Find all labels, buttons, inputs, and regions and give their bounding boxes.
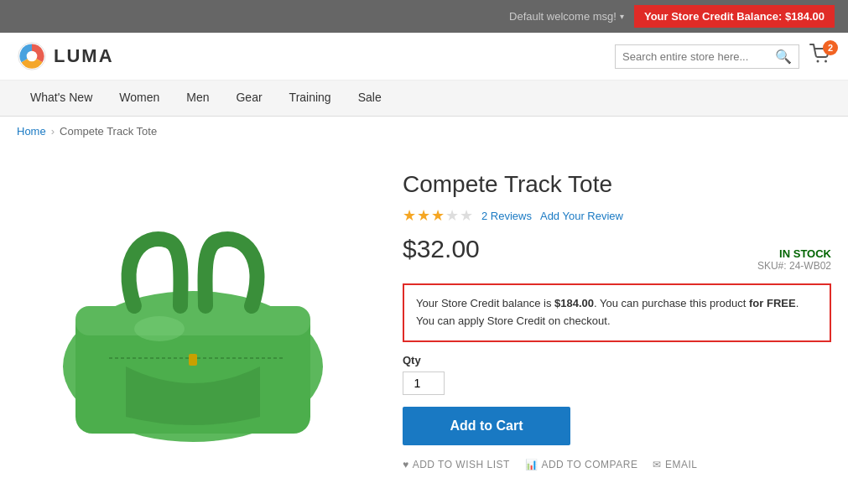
- header: LUMA 🔍 2: [0, 33, 848, 81]
- product-details: Compete Track Tote ★ ★ ★ ★ ★ 2 Reviews A…: [403, 163, 831, 470]
- sku-label: SKU#:: [757, 260, 787, 272]
- welcome-chevron-icon: ▾: [620, 12, 624, 21]
- svg-rect-6: [75, 306, 310, 335]
- main-content: Compete Track Tote ★ ★ ★ ★ ★ 2 Reviews A…: [0, 146, 848, 487]
- credit-notice-text1: Your Store Credit balance is: [416, 297, 554, 309]
- sku-value: 24-WB02: [789, 260, 831, 272]
- breadcrumb-separator: ›: [51, 125, 55, 138]
- product-price: $32.00: [403, 235, 480, 263]
- sku: SKU#: 24-WB02: [757, 260, 831, 272]
- add-to-wishlist-link[interactable]: ♥ ADD TO WISH LIST: [403, 459, 510, 470]
- breadcrumb: Home › Compete Track Tote: [0, 117, 848, 146]
- star-3: ★: [431, 206, 445, 225]
- qty-label: Qty: [403, 354, 831, 366]
- star-rating: ★ ★ ★ ★ ★: [403, 206, 473, 225]
- add-review-link[interactable]: Add Your Review: [540, 210, 623, 222]
- logo[interactable]: LUMA: [17, 41, 114, 71]
- top-bar: Default welcome msg! ▾ Your Store Credit…: [0, 0, 848, 33]
- breadcrumb-home[interactable]: Home: [17, 125, 46, 138]
- product-title: Compete Track Tote: [403, 171, 831, 198]
- product-image-area: [17, 163, 369, 470]
- star-1: ★: [403, 206, 416, 225]
- cart-count: 2: [823, 40, 838, 55]
- star-4: ★: [445, 206, 459, 225]
- add-to-cart-button[interactable]: Add to Cart: [403, 407, 570, 445]
- svg-point-1: [27, 51, 38, 62]
- header-right: 🔍 2: [615, 44, 831, 69]
- nav-training[interactable]: Training: [276, 81, 345, 116]
- stock-status: IN STOCK: [757, 247, 831, 260]
- email-link[interactable]: ✉ EMAIL: [653, 459, 697, 470]
- nav-sale[interactable]: Sale: [345, 81, 395, 116]
- nav-whats-new[interactable]: What's New: [17, 81, 106, 116]
- svg-point-9: [134, 316, 185, 341]
- email-icon: ✉: [653, 459, 662, 470]
- nav-men[interactable]: Men: [173, 81, 222, 116]
- credit-notice-text2: . You can purchase this product: [594, 297, 749, 309]
- stock-sku: IN STOCK SKU#: 24-WB02: [757, 247, 831, 272]
- secondary-actions: ♥ ADD TO WISH LIST 📊 ADD TO COMPARE ✉ EM…: [403, 459, 831, 470]
- nav-women[interactable]: Women: [106, 81, 173, 116]
- cart-button[interactable]: 2: [809, 44, 831, 69]
- credit-notice: Your Store Credit balance is $184.00. Yo…: [403, 283, 831, 342]
- reviews-link[interactable]: 2 Reviews: [481, 210, 532, 222]
- welcome-message: Default welcome msg! ▾: [509, 10, 624, 23]
- credit-amount: $184.00: [554, 297, 594, 309]
- search-button[interactable]: 🔍: [775, 49, 792, 65]
- price-row: $32.00 IN STOCK SKU#: 24-WB02: [403, 235, 831, 272]
- heart-icon: ♥: [403, 459, 409, 470]
- svg-point-3: [825, 60, 827, 63]
- compare-icon: 📊: [525, 459, 538, 470]
- svg-rect-8: [189, 354, 197, 366]
- ratings-row: ★ ★ ★ ★ ★ 2 Reviews Add Your Review: [403, 206, 831, 225]
- star-5: ★: [460, 206, 473, 225]
- product-image: [34, 174, 352, 459]
- search-box: 🔍: [615, 44, 799, 69]
- store-credit-balance: Your Store Credit Balance: $184.00: [634, 5, 835, 28]
- credit-free: for FREE: [749, 297, 796, 309]
- star-2: ★: [417, 206, 430, 225]
- luma-logo-icon: [17, 41, 47, 71]
- main-nav: What's New Women Men Gear Training Sale: [0, 81, 848, 117]
- breadcrumb-current: Compete Track Tote: [60, 125, 157, 138]
- add-to-compare-link[interactable]: 📊 ADD TO COMPARE: [525, 459, 638, 470]
- svg-point-2: [817, 60, 819, 63]
- nav-gear[interactable]: Gear: [222, 81, 275, 116]
- logo-text: LUMA: [54, 45, 114, 67]
- qty-input[interactable]: [403, 372, 445, 395]
- search-input[interactable]: [622, 50, 775, 63]
